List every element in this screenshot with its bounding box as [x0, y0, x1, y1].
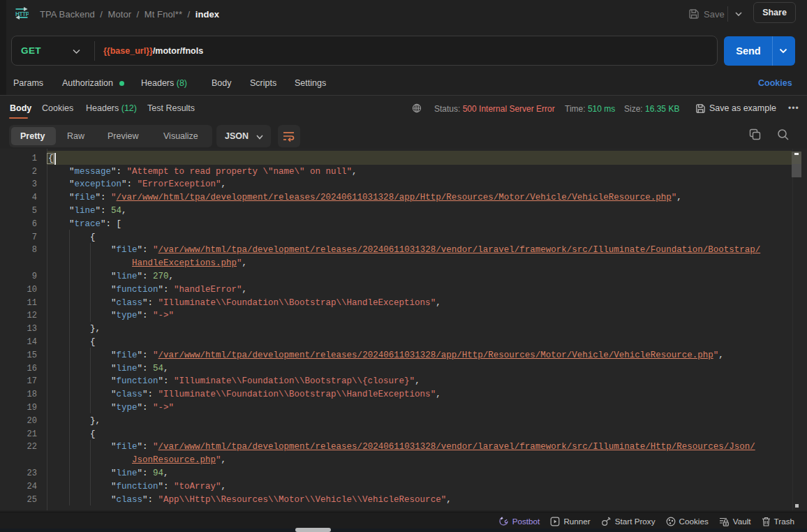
svg-text:HTTP: HTTP — [15, 11, 29, 17]
